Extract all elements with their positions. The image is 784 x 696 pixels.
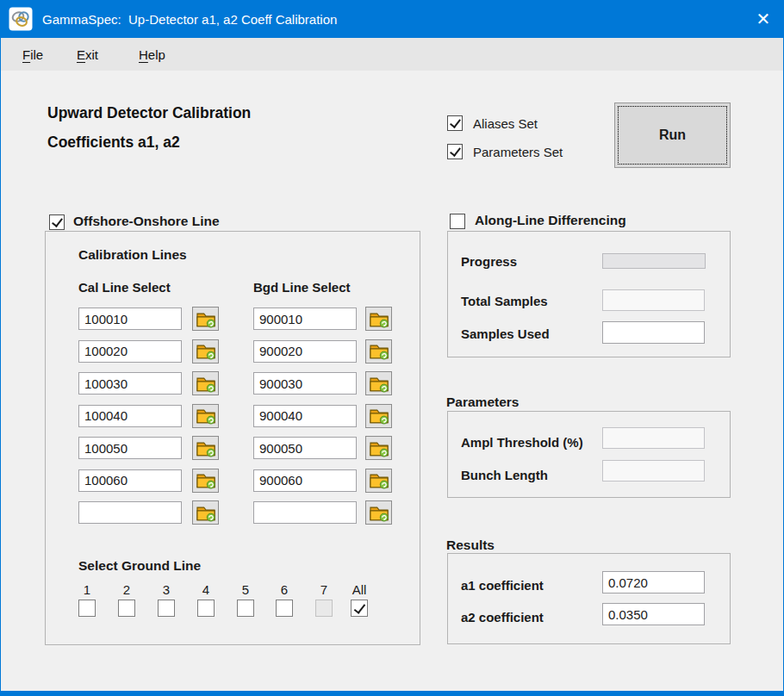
cal-line-field-2[interactable] [78,340,182,363]
bgd-line-field-1[interactable] [253,308,357,330]
offshore-onshore-label: Offshore-Onshore Line [73,214,220,229]
bgd-line-browse-button-1[interactable] [365,307,392,331]
bgd-line-field-7[interactable] [253,501,357,524]
folder-refresh-icon [369,407,389,425]
cal-line-field-1[interactable] [78,308,182,330]
bgd-line-browse-button-7[interactable] [365,500,392,525]
ground-line-checkbox-6[interactable] [276,600,293,617]
menu-file[interactable]: File [22,38,43,71]
ground-line-option-3: 3 [152,582,180,617]
window-border-left [0,0,1,696]
folder-refresh-icon [196,342,216,360]
bgd-line-browse-button-5[interactable] [365,436,392,460]
ground-line-option-4: 4 [192,582,220,617]
cal-line-field-7[interactable] [78,501,182,524]
menu-exit-label: xit [85,47,98,62]
cal-line-browse-button-2[interactable] [192,339,219,364]
results-title: Results [446,538,495,553]
ground-line-option-2: 2 [113,582,140,617]
along-line-differencing-label: Along-Line Differencing [475,213,626,228]
a1-coefficient-field[interactable] [602,571,705,593]
along-line-differencing-checkbox[interactable] [450,214,465,229]
parameters-set-label: Parameters Set [473,145,563,159]
cal-line-browse-button-4[interactable] [192,404,219,428]
folder-refresh-icon [196,504,216,522]
a2-coefficient-field[interactable] [602,603,705,625]
cal-line-field-5[interactable] [78,437,182,459]
bgd-line-browse-button-4[interactable] [365,404,392,428]
ground-line-option-all: All [345,582,373,617]
menu-exit[interactable]: Exit [77,38,98,71]
aliases-set-checkbox[interactable] [447,115,463,131]
offshore-onshore-checkbox[interactable] [49,214,65,230]
menu-help[interactable]: Help [139,38,165,71]
ground-line-option-label: 4 [192,582,220,597]
folder-refresh-icon [196,471,216,489]
run-button[interactable]: Run [614,103,731,168]
bgd-line-browse-button-6[interactable] [365,469,392,493]
page-title-line2: Coefficients a1, a2 [47,127,251,157]
page-title-line1: Upward Detector Calibration [47,98,251,127]
ampl-threshold-label: Ampl Threshold (%) [461,435,583,450]
folder-refresh-icon [369,310,389,328]
cal-line-browse-button-3[interactable] [192,371,219,395]
ground-line-checkbox-1[interactable] [78,600,96,617]
ground-line-option-5: 5 [232,582,259,617]
cal-line-browse-button-6[interactable] [192,469,219,493]
bgd-line-browse-button-2[interactable] [365,339,392,364]
ground-line-option-label: 1 [73,582,101,597]
select-ground-line-title: Select Ground Line [78,558,201,574]
page-title: Upward Detector Calibration Coefficients… [47,98,251,157]
total-samples-field[interactable] [602,289,705,311]
cal-line-browse-button-7[interactable] [192,500,219,525]
bgd-line-field-3[interactable] [253,372,357,395]
folder-refresh-icon [196,439,216,457]
cal-line-field-6[interactable] [78,469,182,492]
cal-line-field-4[interactable] [78,405,182,427]
ampl-threshold-field[interactable] [602,427,705,449]
cal-line-browse-button-1[interactable] [192,307,219,331]
window-border-bottom [0,691,784,696]
folder-refresh-icon [369,439,389,457]
ground-line-option-7: 7 [310,582,338,617]
bgd-line-field-2[interactable] [253,340,357,363]
bgd-line-field-5[interactable] [253,437,357,459]
ground-line-checkbox-all[interactable] [351,600,368,617]
ground-line-checkbox-4[interactable] [197,600,215,617]
menubar: File Exit Help [1,38,783,71]
ground-line-option-label: 6 [271,582,298,597]
results-groupbox [447,553,731,644]
samples-used-label: Samples Used [461,326,550,341]
cal-line-browse-button-5[interactable] [192,436,219,460]
progress-label: Progress [461,254,517,269]
folder-refresh-icon [369,375,389,393]
bgd-line-field-6[interactable] [253,469,357,492]
a1-coefficient-label: a1 coefficient [461,578,544,593]
ground-line-option-label: All [345,582,373,597]
ground-line-checkbox-3[interactable] [158,600,175,617]
parameters-groupbox [447,411,731,498]
bgd-line-browse-button-3[interactable] [365,371,392,395]
samples-used-field[interactable] [602,321,705,344]
parameters-set-checkbox[interactable] [447,144,463,159]
ground-line-checkbox-5[interactable] [237,600,254,617]
progress-bar [602,253,706,269]
window-title: GammaSpec: Up-Detector a1, a2 Coeff Cali… [42,12,337,27]
parameters-title: Parameters [446,395,519,410]
ground-line-checkbox-2[interactable] [118,600,135,617]
ground-line-option-1: 1 [73,582,101,617]
bgd-line-field-4[interactable] [253,405,357,427]
bunch-length-field[interactable] [602,460,705,482]
menu-help-label: elp [148,47,165,62]
bgd-line-select-header: Bgd Line Select [253,280,351,295]
folder-refresh-icon [369,471,389,489]
bunch-length-label: Bunch Length [461,468,548,482]
close-icon[interactable]: ✕ [743,0,784,38]
folder-refresh-icon [196,310,216,328]
app-window: GammaSpec: Up-Detector a1, a2 Coeff Cali… [0,0,784,696]
folder-refresh-icon [196,375,216,393]
app-logo-icon [9,7,33,31]
ground-line-option-label: 3 [152,582,180,597]
cal-line-field-3[interactable] [78,372,182,395]
menu-help-mnemonic: H [139,47,148,62]
